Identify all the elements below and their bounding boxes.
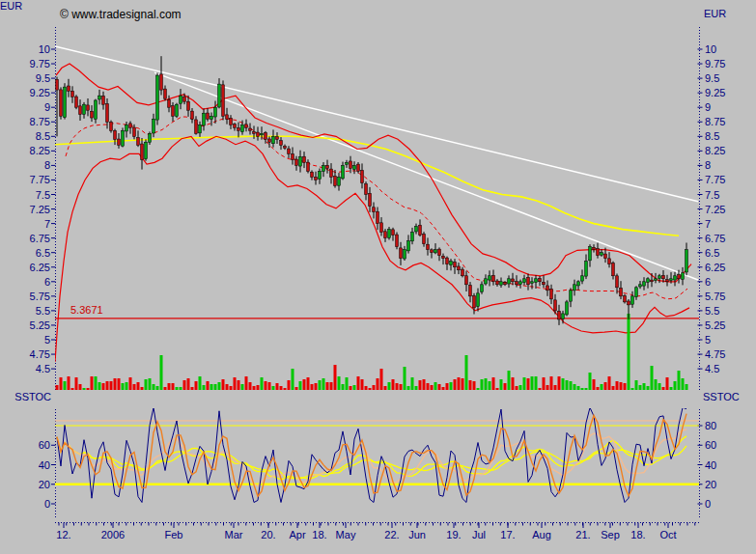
volume-bar bbox=[434, 382, 437, 390]
volume-bar bbox=[114, 378, 117, 390]
volume-bar bbox=[411, 377, 414, 390]
volume-bar bbox=[91, 376, 94, 390]
time-tick-label: 2006 bbox=[101, 529, 125, 540]
candle-up bbox=[523, 279, 526, 283]
stoch-tick-label-left: 60 bbox=[39, 439, 50, 451]
volume-bar bbox=[164, 387, 167, 390]
volume-bar bbox=[83, 388, 86, 390]
volume-bar bbox=[404, 367, 406, 390]
candle-up bbox=[241, 125, 244, 131]
candle-down bbox=[307, 162, 310, 171]
candle-down bbox=[160, 74, 163, 90]
candle-down bbox=[265, 132, 267, 139]
volume-bar bbox=[357, 376, 360, 390]
candle-up bbox=[83, 104, 86, 114]
time-tick-label: 21. bbox=[575, 529, 590, 540]
candle-down bbox=[620, 288, 623, 295]
volume-bar bbox=[427, 383, 430, 390]
candle-down bbox=[315, 178, 318, 180]
candle-up bbox=[411, 233, 414, 241]
volume-bar bbox=[319, 380, 322, 390]
candle-down bbox=[616, 276, 619, 288]
time-tick-label: Oct bbox=[659, 529, 676, 540]
candle-up bbox=[631, 296, 634, 304]
price-tick-label-left: 9.5 bbox=[36, 72, 50, 84]
volume-bar bbox=[292, 369, 294, 390]
candle-up bbox=[180, 96, 182, 103]
time-tick-label: Jul bbox=[472, 529, 486, 540]
volume-bar bbox=[682, 378, 685, 390]
price-tick-label-right: 6.75 bbox=[705, 233, 725, 244]
trading-chart-window: 10109.759.759.59.59.259.25998.758.758.58… bbox=[0, 0, 756, 554]
candle-down bbox=[380, 223, 383, 233]
candle-down bbox=[168, 99, 171, 107]
candle-down bbox=[427, 244, 430, 250]
price-tick-label-right: 9.5 bbox=[705, 72, 719, 84]
volume-bar bbox=[149, 378, 152, 390]
copyright-text: © www.tradesignal.com bbox=[60, 8, 182, 21]
candle-down bbox=[137, 137, 140, 145]
candle-up bbox=[415, 227, 418, 232]
volume-series bbox=[56, 314, 688, 390]
candle-down bbox=[330, 169, 333, 177]
volume-bar bbox=[546, 385, 549, 390]
volume-bar bbox=[214, 384, 217, 390]
volume-bar bbox=[407, 386, 410, 390]
price-tick-label-left: 4.5 bbox=[36, 363, 50, 374]
volume-bar bbox=[350, 386, 352, 390]
price-tick-label-left: 7.25 bbox=[30, 204, 50, 215]
price-tick-label-left: 9.25 bbox=[30, 87, 50, 98]
volume-bar bbox=[554, 385, 557, 390]
candle-down bbox=[377, 211, 379, 223]
volume-bar bbox=[346, 377, 349, 390]
volume-bar bbox=[492, 377, 495, 390]
candle-down bbox=[102, 97, 105, 105]
candle-up bbox=[481, 285, 484, 292]
candle-down bbox=[396, 235, 399, 247]
volume-bar bbox=[651, 366, 654, 390]
candle-down bbox=[230, 118, 233, 125]
volume-bar bbox=[462, 378, 464, 390]
volume-bar bbox=[265, 381, 267, 390]
volume-bar bbox=[527, 378, 530, 390]
candle-up bbox=[643, 282, 646, 286]
time-tick-label: 12. bbox=[56, 529, 70, 540]
candle-up bbox=[346, 162, 349, 164]
candle-up bbox=[450, 262, 453, 265]
volume-bar bbox=[581, 388, 584, 390]
candle-up bbox=[404, 250, 406, 259]
candle-up bbox=[577, 282, 580, 286]
stochastic-title-right: SSTOC bbox=[703, 391, 740, 402]
time-tick-label: 17. bbox=[500, 529, 515, 540]
candle-up bbox=[214, 107, 217, 117]
candle-down bbox=[492, 275, 495, 281]
candle-down bbox=[71, 91, 74, 97]
candle-down bbox=[593, 247, 596, 249]
volume-bar bbox=[195, 381, 198, 390]
price-tick-label-left: 7 bbox=[44, 218, 50, 230]
price-tick-label-right: 4.5 bbox=[705, 363, 719, 374]
volume-bar bbox=[458, 377, 461, 390]
candle-wicks bbox=[57, 56, 686, 325]
time-tick-label: Sep bbox=[601, 529, 620, 540]
volume-bar bbox=[334, 365, 337, 390]
price-tick-label-right: 8.75 bbox=[705, 116, 725, 127]
volume-bar bbox=[137, 382, 140, 390]
volume-bar bbox=[504, 383, 507, 390]
price-tick-label-right: 5.25 bbox=[705, 319, 725, 331]
price-tick-label-right: 7 bbox=[705, 218, 711, 230]
candle-down bbox=[238, 127, 240, 130]
stochastic-panel bbox=[55, 407, 699, 502]
candle-up bbox=[585, 262, 588, 276]
candle-down bbox=[365, 184, 368, 195]
candle-down bbox=[334, 177, 337, 186]
price-tick-label-right: 7.75 bbox=[705, 174, 725, 185]
candle-up bbox=[153, 119, 155, 133]
candle-up bbox=[176, 104, 179, 116]
candle-down bbox=[504, 283, 507, 285]
candle-up bbox=[655, 279, 658, 281]
candle-up bbox=[272, 136, 275, 143]
candle-down bbox=[226, 115, 229, 119]
volume-bar bbox=[295, 387, 298, 390]
volume-bar bbox=[442, 387, 445, 390]
